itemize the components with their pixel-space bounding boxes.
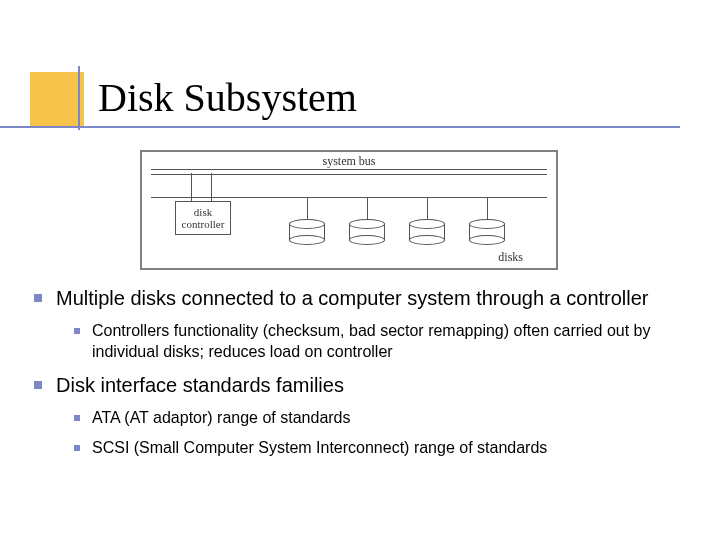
disk-icon [409, 219, 445, 245]
bullet-text: Controllers functionality (checksum, bad… [92, 322, 650, 360]
bullet-text: Multiple disks connected to a computer s… [56, 287, 649, 309]
bullet-level2: SCSI (Small Computer System Interconnect… [70, 438, 690, 459]
system-bus-label: system bus [322, 154, 375, 169]
wire-disk-3 [427, 197, 428, 219]
controller-label-line1: disk [194, 206, 212, 218]
bullet-level1: Disk interface standards families [28, 373, 690, 398]
accent-square [30, 72, 84, 126]
bullet-level1: Multiple disks connected to a computer s… [28, 286, 690, 311]
wire-disk-4 [487, 197, 488, 219]
header-rule-vertical [78, 66, 80, 130]
bullet-level2: ATA (AT adaptor) range of standards [70, 408, 690, 429]
bullet-level2: Controllers functionality (checksum, bad… [70, 321, 690, 363]
bullet-text: Disk interface standards families [56, 374, 344, 396]
disks-label: disks [498, 250, 523, 265]
wire-disk-1 [307, 197, 308, 219]
body-content: Multiple disks connected to a computer s… [28, 286, 690, 469]
disk-subsystem-diagram: system bus disk controller [140, 150, 558, 270]
disk-icon [469, 219, 505, 245]
bullet-text: SCSI (Small Computer System Interconnect… [92, 439, 547, 456]
slide-title: Disk Subsystem [98, 74, 357, 121]
bullet-text: ATA (AT adaptor) range of standards [92, 409, 351, 426]
controller-label-line2: controller [182, 218, 225, 230]
disk-icon [349, 219, 385, 245]
header-rule-horizontal [0, 126, 680, 128]
slide: Disk Subsystem system bus disk controlle… [0, 0, 720, 540]
wire-disk-2 [367, 197, 368, 219]
diagram-inner: system bus disk controller [145, 155, 553, 265]
disk-controller-box: disk controller [175, 201, 231, 235]
disk-icon [289, 219, 325, 245]
